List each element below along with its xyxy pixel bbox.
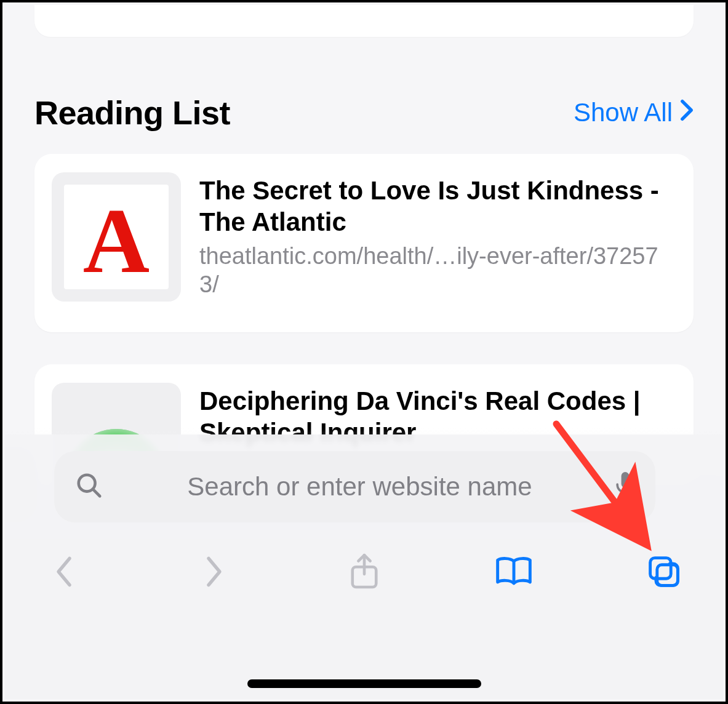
share-icon [349,553,380,593]
previous-section-card [34,5,694,37]
show-all-button[interactable]: Show All [574,98,694,127]
tabs-button[interactable] [644,553,684,593]
url-bar-area: Search or enter website name [5,434,723,539]
url-placeholder: Search or enter website name [116,472,604,502]
svg-line-1 [93,489,100,496]
item-text: The Secret to Love Is Just Kindness - Th… [199,172,676,299]
chevron-left-icon [54,555,74,591]
chevron-right-icon [204,555,225,591]
back-button[interactable] [44,553,84,593]
atlantic-logo-icon: A [64,185,169,289]
search-icon [75,471,103,502]
reading-list-item[interactable]: A The Secret to Love Is Just Kindness - … [34,154,694,332]
svg-rect-7 [650,558,671,579]
home-indicator[interactable] [247,679,481,688]
book-icon [494,556,534,590]
chevron-right-icon [680,98,694,127]
bookmarks-button[interactable] [494,553,534,593]
share-button[interactable] [345,553,384,593]
forward-button[interactable] [194,553,234,593]
svg-rect-8 [657,565,678,586]
item-url: theatlantic.com/health/…ily-ever-after/3… [199,242,676,298]
section-title: Reading List [34,94,230,132]
svg-rect-2 [622,472,630,488]
show-all-label: Show All [574,98,673,127]
phone-frame: Reading List Show All A The Secret to Lo… [0,0,728,704]
item-thumbnail: A [52,172,181,302]
microphone-icon[interactable] [616,472,634,502]
reading-list-header: Reading List Show All [34,94,694,132]
url-bar[interactable]: Search or enter website name [54,451,655,522]
tabs-icon [647,554,681,591]
item-title: The Secret to Love Is Just Kindness - Th… [199,175,676,238]
bottom-toolbar [5,539,723,607]
